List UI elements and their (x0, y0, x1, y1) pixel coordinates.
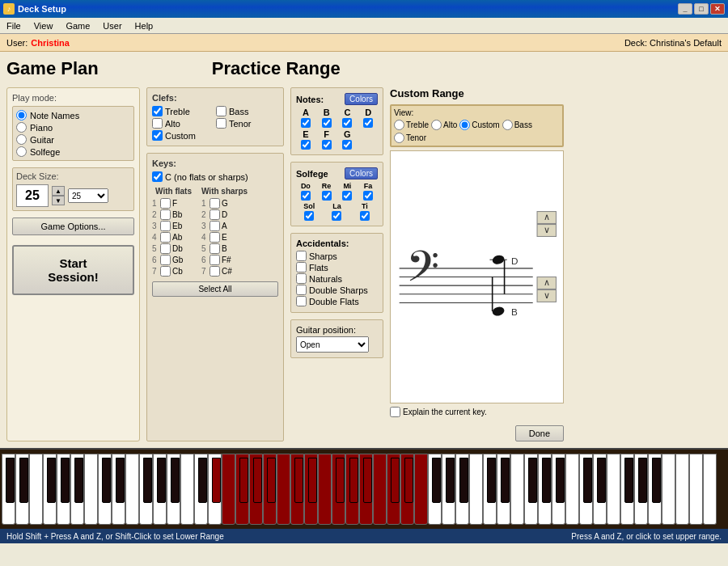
notes-colors-button[interactable]: Colors (345, 93, 378, 105)
piano-white-key[interactable] (359, 454, 373, 525)
piano-white-key[interactable] (414, 454, 428, 525)
piano-white-key[interactable] (167, 454, 180, 525)
piano-white-key[interactable] (2, 454, 15, 525)
game-options-button[interactable]: Game Options... (12, 218, 134, 235)
piano-white-key[interactable] (634, 454, 648, 525)
acc-double-flats[interactable]: Double Flats (296, 296, 378, 306)
piano-white-key[interactable] (579, 454, 593, 525)
piano-white-key[interactable] (29, 454, 43, 525)
close-button[interactable]: ✕ (710, 3, 725, 15)
piano-white-key[interactable] (442, 454, 455, 525)
piano-white-key[interactable] (538, 454, 552, 525)
piano-white-key[interactable] (15, 454, 29, 525)
sharp-3[interactable]: 3 A (201, 221, 248, 231)
acc-flats[interactable]: Flats (296, 262, 378, 272)
piano-white-key[interactable] (194, 454, 208, 525)
minimize-button[interactable]: _ (678, 3, 692, 15)
flat-2[interactable]: 2 Bb (152, 209, 195, 220)
piano-white-key[interactable] (400, 454, 414, 525)
piano-white-key[interactable] (153, 454, 167, 525)
piano-white-key[interactable] (565, 454, 579, 525)
radio-piano[interactable]: Piano (16, 122, 130, 133)
clef-tenor[interactable]: Tenor (216, 118, 278, 129)
piano-white-key[interactable] (277, 454, 290, 525)
sharp-6[interactable]: 6 F# (201, 255, 248, 265)
view-tenor[interactable]: Tenor (394, 133, 426, 143)
piano-white-key[interactable] (84, 454, 98, 525)
piano-white-key[interactable] (648, 454, 662, 525)
piano-white-key[interactable] (497, 454, 510, 525)
radio-guitar[interactable]: Guitar (16, 134, 130, 145)
explain-key-checkbox[interactable]: Explain the current key. (390, 407, 564, 417)
piano-white-key[interactable] (620, 454, 634, 525)
piano-white-key[interactable] (70, 454, 84, 525)
piano-white-key[interactable] (689, 454, 703, 525)
acc-naturals[interactable]: Naturals (296, 273, 378, 284)
piano-white-key[interactable] (318, 454, 332, 525)
piano-white-key[interactable] (139, 454, 153, 525)
piano-white-key[interactable] (469, 454, 483, 525)
piano-white-key[interactable] (180, 454, 194, 525)
acc-sharps[interactable]: Sharps (296, 251, 378, 261)
clef-alto[interactable]: Alto (152, 118, 214, 129)
deck-size-select[interactable]: 25 50 75 100 (68, 188, 108, 203)
piano-white-key[interactable] (524, 454, 538, 525)
done-button[interactable]: Done (515, 425, 564, 441)
clef-bass[interactable]: Bass (216, 106, 278, 116)
acc-double-sharps[interactable]: Double Sharps (296, 285, 378, 295)
sharp-4[interactable]: 4 E (201, 232, 248, 243)
piano-white-key[interactable] (332, 454, 345, 525)
menu-game[interactable]: Game (62, 20, 93, 32)
clef-custom[interactable]: Custom (152, 130, 214, 141)
piano-white-key[interactable] (125, 454, 139, 525)
piano-white-key[interactable] (483, 454, 497, 525)
flat-3[interactable]: 3 Eb (152, 221, 195, 231)
piano-white-key[interactable] (607, 454, 620, 525)
flat-7[interactable]: 7 Cb (152, 266, 195, 277)
piano-white-key[interactable] (208, 454, 222, 525)
piano-white-key[interactable] (675, 454, 689, 525)
guitar-position-select[interactable]: Open 1st Position 2nd Position (296, 336, 369, 353)
piano-white-key[interactable] (345, 454, 359, 525)
flat-4[interactable]: 4 Ab (152, 232, 195, 243)
piano-white-key[interactable] (57, 454, 70, 525)
piano-white-key[interactable] (703, 454, 717, 525)
select-all-button[interactable]: Select All (152, 281, 278, 297)
piano-white-key[interactable] (387, 454, 400, 525)
key-c-natural[interactable]: C (no flats or sharps) (152, 171, 278, 182)
piano-white-key[interactable] (662, 454, 675, 525)
deck-spin-down[interactable]: ▼ (52, 196, 65, 205)
view-bass[interactable]: Bass (502, 120, 532, 130)
piano-white-key[interactable] (552, 454, 565, 525)
sharp-1[interactable]: 1 G (201, 198, 248, 209)
radio-solfege[interactable]: Solfege (16, 146, 130, 157)
deck-spin-up[interactable]: ▲ (52, 186, 65, 196)
piano-white-key[interactable] (290, 454, 304, 525)
piano-white-key[interactable] (263, 454, 277, 525)
view-custom[interactable]: Custom (459, 120, 499, 130)
radio-note-names[interactable]: Note Names (16, 110, 130, 120)
maximize-button[interactable]: □ (694, 3, 709, 15)
flat-5[interactable]: 5 Db (152, 243, 195, 254)
piano-white-key[interactable] (222, 454, 235, 525)
piano-white-key[interactable] (43, 454, 57, 525)
start-session-button[interactable]: StartSession! (12, 245, 134, 295)
clef-treble[interactable]: Treble (152, 106, 214, 116)
menu-user[interactable]: User (99, 20, 125, 32)
piano-white-key[interactable] (249, 454, 263, 525)
menu-help[interactable]: Help (132, 20, 157, 32)
piano-white-key[interactable] (235, 454, 249, 525)
sharp-2[interactable]: 2 D (201, 209, 248, 220)
menu-file[interactable]: File (3, 20, 24, 32)
piano-white-key[interactable] (304, 454, 318, 525)
piano-white-key[interactable] (98, 454, 112, 525)
menu-view[interactable]: View (31, 20, 57, 32)
sharp-5[interactable]: 5 B (201, 243, 248, 254)
view-treble[interactable]: Treble (394, 120, 429, 130)
piano-white-key[interactable] (112, 454, 125, 525)
view-alto[interactable]: Alto (431, 120, 457, 130)
flat-6[interactable]: 6 Gb (152, 255, 195, 265)
piano-white-key[interactable] (455, 454, 469, 525)
piano-white-key[interactable] (593, 454, 607, 525)
solfege-colors-button[interactable]: Colors (345, 167, 378, 180)
